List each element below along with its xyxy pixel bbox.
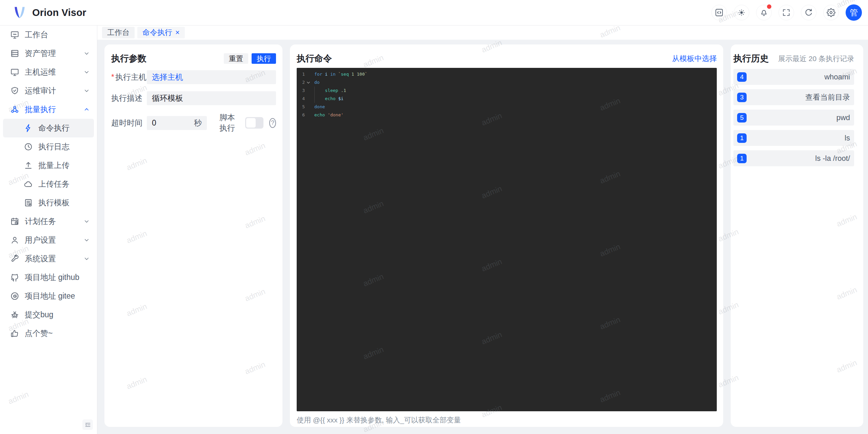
sidebar-item-label: 用户设置 [25,235,56,245]
fold-gutter [305,95,312,103]
history-item[interactable]: 1ls [733,130,854,146]
code-content: for i in `seq 1 100` [312,70,368,78]
select-host-link[interactable]: 选择主机 [152,72,183,82]
toggle-knob [246,118,256,128]
sidebar-item-工作台[interactable]: 工作台 [3,25,94,44]
exec-command-title: 执行命令 [297,53,332,64]
timeout-input[interactable]: 0 秒 [147,116,207,130]
sidebar-item-用户设置[interactable]: 用户设置 [3,231,94,249]
sidebar-item-主机运维[interactable]: 主机运维 [3,63,94,81]
code-view-button[interactable] [711,5,727,20]
fold-gutter [305,103,312,111]
exec-history-title: 执行历史 [733,53,769,64]
sidebar-item-执行日志[interactable]: 执行日志 [3,137,94,156]
app-header: Orion Visor 管 [0,0,868,25]
select-from-template-link[interactable]: 从模板中选择 [672,54,717,64]
settings-button[interactable] [823,5,839,20]
code-content: echo 'done' [312,111,343,119]
timeout-field-label: 超时时间 [111,118,142,128]
bell-icon [760,8,768,17]
help-icon[interactable]: ? [269,118,276,128]
exec-command-panel: 执行命令 从模板中选择 1for i in `seq 1 100`2do3 sl… [290,44,723,427]
history-command: pwd [836,113,850,122]
history-command: whoami [824,73,850,81]
dashboard-icon [10,30,19,39]
reset-button[interactable]: 重置 [224,53,248,64]
exec-params-title: 执行参数 [111,53,146,64]
sidebar-item-label: 执行模板 [38,197,70,208]
sidebar-menu: 工作台资产管理主机运维运维审计批量执行命令执行执行日志批量上传上传任务执行模板计… [0,25,97,343]
sidebar-item-label: 批量执行 [25,104,56,115]
history-item[interactable]: 4whoami [733,69,854,85]
page-content: 执行参数 重置 执行 执行主机 选择主机 执行描述 循环模板 [97,40,868,434]
notifications-button[interactable] [756,5,772,20]
description-input[interactable]: 循环模板 [147,91,276,105]
host-select-field[interactable]: 选择主机 [147,70,276,84]
sidebar-item-提交bug[interactable]: 提交bug [3,305,94,324]
history-item[interactable]: 1ls -la /root/ [733,150,854,166]
line-number: 5 [297,103,305,111]
bug-icon [10,310,19,319]
fold-gutter [305,70,312,78]
line-number: 3 [297,87,305,95]
sidebar-item-批量上传[interactable]: 批量上传 [3,156,94,175]
line-number: 6 [297,111,305,119]
tab-label: 命令执行 [142,27,172,38]
sidebar-item-点个赞~[interactable]: 点个赞~ [3,324,94,343]
description-field-label: 执行描述 [111,93,142,103]
code-square-icon [715,8,724,17]
sidebar-item-项目地址 github[interactable]: 项目地址 github [3,268,94,287]
schedule-icon [10,217,19,226]
exec-count-badge: 1 [737,154,747,163]
github-icon [10,273,19,282]
fold-chevron-icon[interactable] [305,78,312,87]
batch-icon [10,105,19,114]
audit-icon [10,86,19,95]
theme-button[interactable] [734,5,749,20]
history-item[interactable]: 3查看当前目录 [733,89,854,105]
template-icon [24,198,33,207]
refresh-icon [804,8,813,17]
history-command: 查看当前目录 [805,92,850,102]
history-item[interactable]: 5pwd [733,110,854,126]
chevron-down-icon [83,50,90,57]
sidebar-item-系统设置[interactable]: 系统设置 [3,249,94,268]
tab-close-icon[interactable]: × [175,29,180,36]
indent-guide [314,87,315,95]
fold-gutter [305,87,312,95]
sidebar-item-上传任务[interactable]: 上传任务 [3,175,94,193]
indent-guide [314,95,315,103]
history-command: ls -la /root/ [815,154,850,163]
editor-hint: 使用 @{{ xxx }} 来替换参数, 输入_可以获取全部变量 [297,415,717,425]
exec-history-panel: 执行历史 展示最近 20 条执行记录 4whoami3查看当前目录5pwd1ls… [731,44,863,427]
code-line: 5done [297,103,717,111]
logo: Orion Visor [0,5,86,20]
sidebar-item-项目地址 gitee[interactable]: 项目地址 gitee [3,287,94,305]
run-button[interactable]: 执行 [252,53,276,64]
menu-fold-icon [84,421,91,428]
fold-gutter [305,111,312,119]
script-exec-label: 脚本执行 [219,112,239,133]
sidebar-item-运维审计[interactable]: 运维审计 [3,81,94,100]
sidebar-item-资产管理[interactable]: 资产管理 [3,44,94,63]
tab-命令执行[interactable]: 命令执行× [137,27,185,38]
command-editor[interactable]: 1for i in `seq 1 100`2do3 sleep .14 echo… [297,68,717,411]
sidebar-item-计划任务[interactable]: 计划任务 [3,212,94,231]
script-exec-toggle[interactable] [245,117,263,129]
sidebar-item-label: 执行日志 [38,141,70,152]
tab-工作台[interactable]: 工作台 [102,27,135,38]
fullscreen-button[interactable] [778,5,794,20]
sidebar-collapse-button[interactable] [82,419,93,430]
sidebar-item-label: 系统设置 [25,253,56,264]
user-avatar[interactable]: 管 [846,4,862,21]
sidebar-item-批量执行[interactable]: 批量执行 [3,100,94,119]
sidebar-item-label: 上传任务 [38,179,70,189]
refresh-button[interactable] [801,5,816,20]
thumb-icon [10,329,19,338]
sidebar-item-label: 提交bug [25,309,53,320]
code-line: 6echo 'done' [297,111,717,119]
exec-count-badge: 3 [737,93,747,102]
sidebar-item-执行模板[interactable]: 执行模板 [3,193,94,212]
sidebar-item-命令执行[interactable]: 命令执行 [3,119,94,137]
code-content: do [312,78,320,87]
